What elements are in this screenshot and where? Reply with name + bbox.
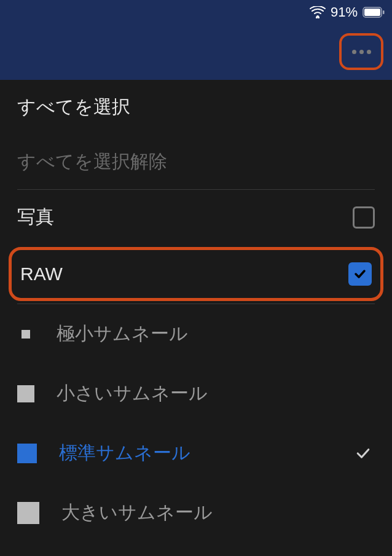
thumb-tiny-icon bbox=[22, 330, 30, 339]
deselect-all-item: すべてを選択解除 bbox=[0, 135, 392, 189]
status-bar: 91% bbox=[0, 0, 392, 25]
raw-checkbox[interactable] bbox=[348, 262, 372, 286]
more-menu-button[interactable] bbox=[339, 33, 383, 70]
raw-row[interactable]: RAW bbox=[9, 247, 383, 301]
thumb-small-label: 小さいサムネール bbox=[57, 381, 375, 406]
battery-icon bbox=[363, 7, 385, 18]
checkmark-icon bbox=[353, 267, 367, 281]
select-all-item[interactable]: すべてを選択 bbox=[0, 80, 392, 135]
thumb-large-label: 大きいサムネール bbox=[61, 500, 375, 525]
thumb-large-icon bbox=[17, 502, 39, 524]
thumb-medium-label: 標準サムネール bbox=[59, 440, 375, 466]
ellipsis-icon bbox=[352, 50, 371, 54]
raw-label: RAW bbox=[20, 264, 63, 284]
thumb-medium-icon bbox=[17, 444, 37, 463]
svg-point-0 bbox=[316, 15, 319, 18]
svg-rect-2 bbox=[364, 9, 380, 16]
selected-checkmark-icon bbox=[354, 444, 372, 463]
action-menu: すべてを選択 すべてを選択解除 写真 RAW 極小サムネール 小さいサムネール … bbox=[0, 80, 392, 542]
thumb-large-row[interactable]: 大きいサムネール bbox=[0, 483, 392, 542]
photos-row[interactable]: 写真 bbox=[0, 190, 392, 245]
select-all-label: すべてを選択 bbox=[17, 95, 130, 120]
thumb-tiny-label: 極小サムネール bbox=[57, 321, 375, 347]
app-header bbox=[0, 25, 392, 80]
thumb-tiny-row[interactable]: 極小サムネール bbox=[0, 304, 392, 364]
photos-checkbox[interactable] bbox=[353, 206, 375, 229]
svg-rect-3 bbox=[383, 10, 385, 14]
thumb-small-icon bbox=[17, 385, 34, 402]
thumb-small-row[interactable]: 小さいサムネール bbox=[0, 364, 392, 423]
wifi-icon bbox=[310, 6, 326, 18]
thumb-medium-row[interactable]: 標準サムネール bbox=[0, 423, 392, 483]
photos-label: 写真 bbox=[17, 205, 54, 230]
deselect-all-label: すべてを選択解除 bbox=[17, 149, 167, 174]
battery-percent: 91% bbox=[331, 4, 358, 20]
